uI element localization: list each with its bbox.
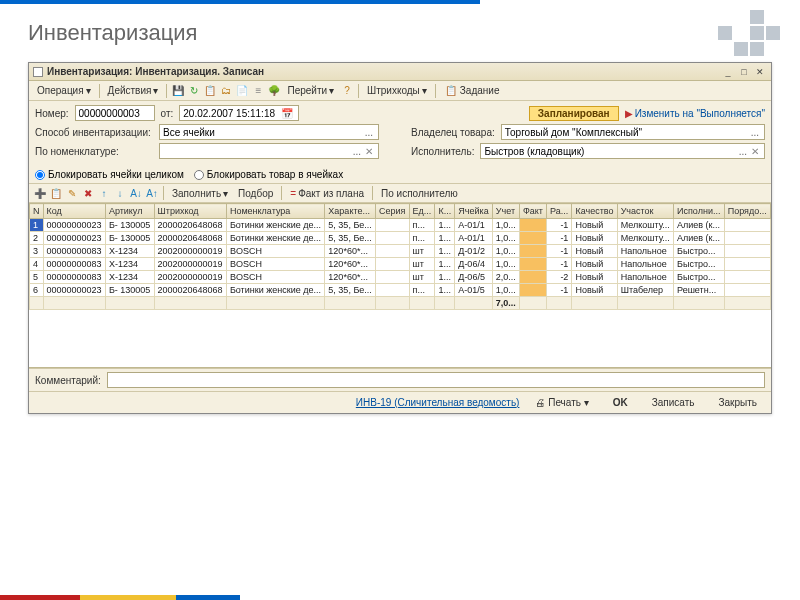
select-button[interactable]: Подбор xyxy=(234,186,277,201)
lines-icon[interactable]: ≡ xyxy=(251,84,265,98)
delete-row-icon[interactable]: ✖ xyxy=(81,186,95,200)
save-icon[interactable]: 💾 xyxy=(171,84,185,98)
titlebar: Инвентаризация: Инвентаризация. Записан … xyxy=(29,63,771,81)
comment-label: Комментарий: xyxy=(35,375,101,386)
printer-icon: 🖨 xyxy=(535,397,545,408)
task-button[interactable]: 📋Задание xyxy=(440,82,504,100)
equals-icon: = xyxy=(290,188,296,199)
barcodes-menu[interactable]: Штрихкоды ▾ xyxy=(363,83,431,98)
edit-row-icon[interactable]: ✎ xyxy=(65,186,79,200)
column-header[interactable]: Артикул xyxy=(105,204,154,219)
operation-menu[interactable]: Операция ▾ xyxy=(33,83,95,98)
column-header[interactable]: Учет xyxy=(492,204,519,219)
column-header[interactable]: Порядо... xyxy=(724,204,770,219)
fill-menu[interactable]: Заполнить ▾ xyxy=(168,186,232,201)
change-status-link[interactable]: ▶Изменить на "Выполняется" xyxy=(625,108,765,119)
column-header[interactable]: Характе... xyxy=(325,204,376,219)
table-row[interactable]: 300000000083Х-12342002000000019BOSCH120*… xyxy=(30,245,771,258)
actions-menu[interactable]: Действия ▾ xyxy=(104,83,163,98)
owner-input[interactable]: Торговый дом "Комплексный"... xyxy=(501,124,765,140)
executor-label: Исполнитель: xyxy=(411,146,474,157)
goto-menu[interactable]: Перейти ▾ xyxy=(283,83,338,98)
column-header[interactable]: Ед... xyxy=(409,204,435,219)
table-row[interactable]: 100000000023Б- 1300052000020648068Ботинк… xyxy=(30,219,771,232)
footer: ИНВ-19 (Сличительная ведомость) 🖨 Печать… xyxy=(29,391,771,413)
column-header[interactable]: N xyxy=(30,204,44,219)
print-button[interactable]: 🖨 Печать ▾ xyxy=(527,395,596,410)
report-icon[interactable]: 📋 xyxy=(203,84,217,98)
data-table-wrap[interactable]: NКодАртикулШтрихкодНоменклатураХаракте..… xyxy=(29,203,771,368)
add-row-icon[interactable]: ➕ xyxy=(33,186,47,200)
column-header[interactable]: Факт xyxy=(519,204,546,219)
owner-label: Владелец товара: xyxy=(411,127,495,138)
move-up-icon[interactable]: ↑ xyxy=(97,186,111,200)
column-header[interactable]: Ра... xyxy=(547,204,572,219)
fact-plan-button[interactable]: = Факт из плана xyxy=(286,186,368,201)
inv19-link[interactable]: ИНВ-19 (Сличительная ведомость) xyxy=(356,397,520,408)
minimize-button[interactable]: _ xyxy=(721,66,735,78)
refresh-icon[interactable]: ↻ xyxy=(187,84,201,98)
method-input[interactable]: Все ячейки... xyxy=(159,124,379,140)
structure-icon[interactable]: 🗂 xyxy=(219,84,233,98)
nomen-label: По номенклатуре: xyxy=(35,146,153,157)
sort-za-icon[interactable]: A↑ xyxy=(145,186,159,200)
form-area: Номер: от: 20.02.2007 15:11:18📅 Запланир… xyxy=(29,101,771,166)
maximize-button[interactable]: □ xyxy=(737,66,751,78)
column-header[interactable]: Серия xyxy=(376,204,410,219)
method-label: Способ инвентаризации: xyxy=(35,127,153,138)
page-title: Инвентаризация xyxy=(0,4,800,62)
close-form-button[interactable]: Закрыть xyxy=(710,395,765,410)
ok-button[interactable]: OK xyxy=(605,395,636,410)
totals-row: 7,0... xyxy=(30,297,771,310)
copy-row-icon[interactable]: 📋 xyxy=(49,186,63,200)
grid-toolbar: ➕ 📋 ✎ ✖ ↑ ↓ A↓ A↑ Заполнить ▾ Подбор = Ф… xyxy=(29,183,771,203)
table-row[interactable]: 200000000023Б- 1300052000020648068Ботинк… xyxy=(30,232,771,245)
block-cells-radio[interactable]: Блокировать ячейки целиком xyxy=(35,169,184,180)
calendar-icon: 📅 xyxy=(279,108,295,119)
help-icon[interactable]: ? xyxy=(340,84,354,98)
app-window: Инвентаризация: Инвентаризация. Записан … xyxy=(28,62,772,414)
window-title: Инвентаризация: Инвентаризация. Записан xyxy=(47,66,721,77)
block-goods-radio[interactable]: Блокировать товар в ячейках xyxy=(194,169,343,180)
by-executor-button[interactable]: По исполнителю xyxy=(377,186,462,201)
tree-icon[interactable]: 🌳 xyxy=(267,84,281,98)
table-row[interactable]: 400000000083Х-12342002000000019BOSCH120*… xyxy=(30,258,771,271)
bottom-accent-bars xyxy=(0,595,800,600)
number-label: Номер: xyxy=(35,108,69,119)
column-header[interactable]: Номенклатура xyxy=(226,204,324,219)
close-button[interactable]: ✕ xyxy=(753,66,767,78)
column-header[interactable]: Штрихкод xyxy=(154,204,226,219)
data-table: NКодАртикулШтрихкодНоменклатураХаракте..… xyxy=(29,203,771,310)
date-input[interactable]: 20.02.2007 15:11:18📅 xyxy=(179,105,299,121)
column-header[interactable]: Качество xyxy=(572,204,617,219)
column-header[interactable]: Код xyxy=(43,204,105,219)
arrow-right-icon: ▶ xyxy=(625,108,633,119)
executor-input[interactable]: Быстров (кладовщик)...✕ xyxy=(480,143,765,159)
comment-input[interactable] xyxy=(107,372,765,388)
status-badge: Запланирован xyxy=(529,106,619,121)
comment-row: Комментарий: xyxy=(29,368,771,391)
nomen-input[interactable]: ...✕ xyxy=(159,143,379,159)
table-row[interactable]: 600000000023Б- 1300052000020648068Ботинк… xyxy=(30,284,771,297)
column-header[interactable]: Исполни... xyxy=(674,204,725,219)
save-button[interactable]: Записать xyxy=(644,395,703,410)
sort-az-icon[interactable]: A↓ xyxy=(129,186,143,200)
radio-row: Блокировать ячейки целиком Блокировать т… xyxy=(29,166,771,183)
column-header[interactable]: Участок xyxy=(617,204,673,219)
from-label: от: xyxy=(161,108,174,119)
app-icon xyxy=(33,67,43,77)
number-input[interactable] xyxy=(75,105,155,121)
move-down-icon[interactable]: ↓ xyxy=(113,186,127,200)
decorative-squares xyxy=(718,10,780,56)
table-row[interactable]: 500000000083Х-12342002000000019BOSCH120*… xyxy=(30,271,771,284)
main-toolbar: Операция ▾ Действия ▾ 💾 ↻ 📋 🗂 📄 ≡ 🌳 Пере… xyxy=(29,81,771,101)
column-header[interactable]: К... xyxy=(435,204,455,219)
column-header[interactable]: Ячейка xyxy=(455,204,493,219)
list-icon[interactable]: 📄 xyxy=(235,84,249,98)
